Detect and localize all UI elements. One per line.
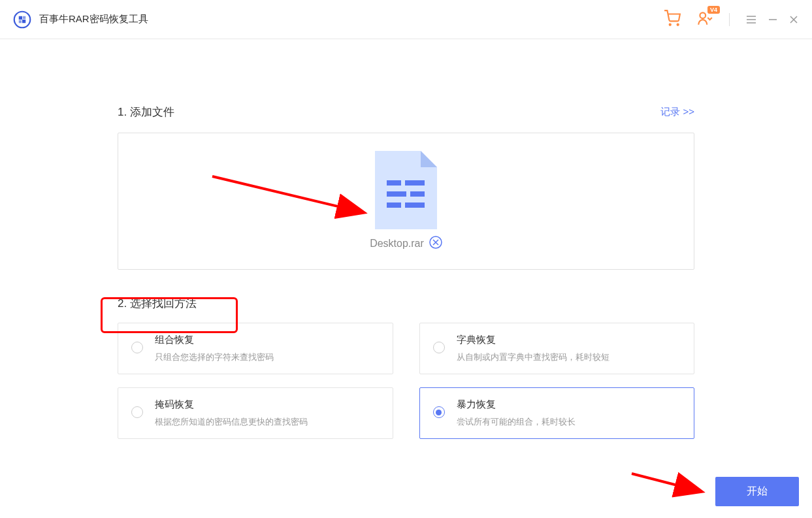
svg-rect-3 — [19, 20, 22, 22]
svg-point-7 — [700, 12, 706, 18]
option-content: 掩码恢复 根据您所知道的密码信息更快的查找密码 — [155, 398, 380, 428]
option-content: 暴力恢复 尝试所有可能的组合，耗时较长 — [457, 398, 681, 428]
header-right: V4 — [664, 10, 799, 29]
cart-icon[interactable] — [664, 10, 681, 29]
recovery-option-0[interactable]: 组合恢复 只组合您选择的字符来查找密码 — [118, 323, 393, 374]
app-logo-icon — [13, 10, 31, 29]
radio-icon — [433, 342, 445, 353]
radio-icon — [131, 342, 143, 353]
option-title: 暴力恢复 — [457, 398, 681, 411]
option-title: 组合恢复 — [155, 334, 380, 346]
svg-line-18 — [632, 474, 700, 491]
app-header: 百事牛RAR密码恢复工具 V4 — [0, 0, 812, 39]
step1-title: 1. 添加文件 — [118, 105, 174, 120]
svg-rect-8 — [387, 180, 401, 186]
annotation-arrow-2 — [628, 470, 713, 503]
close-icon[interactable] — [788, 14, 799, 25]
step2-section: 2. 选择找回方法 组合恢复 只组合您选择的字符来查找密码 字典恢复 从自制或内… — [118, 296, 694, 439]
file-name-row: Desktop.rar — [370, 236, 442, 251]
option-content: 组合恢复 只组合您选择的字符来查找密码 — [155, 334, 380, 363]
start-button[interactable]: 开始 — [715, 477, 799, 506]
svg-rect-10 — [387, 191, 406, 197]
svg-rect-9 — [405, 180, 425, 186]
svg-point-6 — [677, 24, 679, 25]
option-title: 掩码恢复 — [155, 398, 380, 411]
window-controls — [745, 14, 799, 25]
svg-rect-13 — [405, 202, 425, 208]
option-desc: 从自制或内置字典中查找密码，耗时较短 — [457, 351, 681, 363]
main-content: 1. 添加文件 记录 >> Desktop.rar 2. 选择找回方法 — [0, 39, 812, 439]
header-left: 百事牛RAR密码恢复工具 — [13, 10, 148, 29]
menu-icon[interactable] — [745, 14, 757, 25]
user-badge: V4 — [707, 6, 720, 14]
user-icon[interactable]: V4 — [696, 10, 713, 29]
option-desc: 尝试所有可能的组合，耗时较长 — [457, 416, 681, 428]
radio-icon — [433, 406, 445, 418]
remove-file-icon[interactable] — [429, 236, 442, 251]
app-title: 百事牛RAR密码恢复工具 — [39, 13, 148, 25]
svg-point-5 — [670, 24, 671, 25]
option-desc: 根据您所知道的密码信息更快的查找密码 — [155, 416, 380, 428]
file-icon — [375, 151, 437, 229]
svg-rect-11 — [410, 191, 425, 197]
option-content: 字典恢复 从自制或内置字典中查找密码，耗时较短 — [457, 334, 681, 363]
step1-header: 1. 添加文件 记录 >> — [118, 105, 694, 120]
svg-rect-12 — [387, 202, 401, 208]
header-divider — [729, 13, 730, 26]
svg-rect-4 — [22, 20, 25, 23]
file-name: Desktop.rar — [370, 238, 424, 250]
svg-rect-2 — [23, 16, 25, 18]
radio-icon — [131, 406, 143, 418]
log-link[interactable]: 记录 >> — [660, 106, 694, 118]
footer: 开始 — [715, 477, 799, 506]
option-title: 字典恢复 — [457, 334, 681, 346]
option-desc: 只组合您选择的字符来查找密码 — [155, 351, 380, 363]
recovery-option-1[interactable]: 字典恢复 从自制或内置字典中查找密码，耗时较短 — [419, 323, 695, 374]
recovery-option-2[interactable]: 掩码恢复 根据您所知道的密码信息更快的查找密码 — [118, 387, 393, 439]
recovery-options-grid: 组合恢复 只组合您选择的字符来查找密码 字典恢复 从自制或内置字典中查找密码，耗… — [118, 323, 694, 439]
step2-title: 2. 选择找回方法 — [118, 296, 242, 311]
minimize-icon[interactable] — [768, 14, 778, 25]
svg-rect-1 — [19, 16, 22, 19]
file-drop-zone[interactable]: Desktop.rar — [118, 133, 694, 270]
recovery-option-3[interactable]: 暴力恢复 尝试所有可能的组合，耗时较长 — [419, 387, 695, 439]
